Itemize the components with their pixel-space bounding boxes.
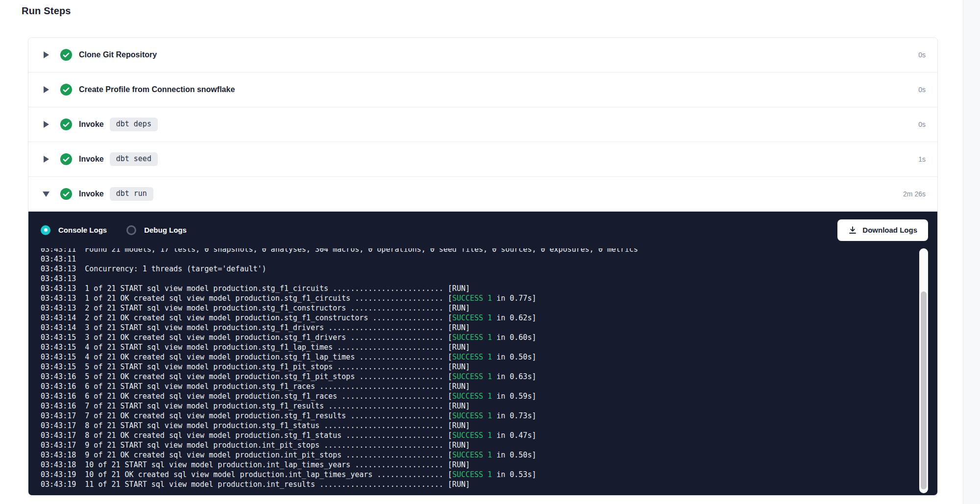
step-label: Invoke xyxy=(79,190,104,198)
log-line: 03:43:18 9 of 21 OK created sql view mod… xyxy=(41,450,908,460)
console-logs-radio[interactable]: Console Logs xyxy=(41,225,107,235)
console-logs-label: Console Logs xyxy=(58,226,107,234)
log-line: 03:43:13 1 of 21 START sql view model pr… xyxy=(41,284,908,293)
log-line: 03:43:15 5 of 21 START sql view model pr… xyxy=(41,362,908,372)
step-duration: 0s xyxy=(918,86,926,94)
page-title: Run Steps xyxy=(22,5,71,17)
log-line: 03:43:14 3 of 21 START sql view model pr… xyxy=(41,323,908,333)
log-viewport[interactable]: 03:43:11 Found 21 models, 17 tests, 0 sn… xyxy=(41,248,908,494)
success-check-icon xyxy=(60,49,72,61)
log-line: 03:43:19 10 of 21 OK created sql view mo… xyxy=(41,470,908,480)
run-step-row[interactable]: Invoke dbt run 2m 26s xyxy=(28,177,937,212)
step-duration: 0s xyxy=(918,51,926,59)
log-line: 03:43:16 5 of 21 OK created sql view mod… xyxy=(41,372,908,382)
step-label: Invoke xyxy=(79,155,104,164)
log-line: 03:43:13 xyxy=(41,274,908,284)
step-label: Create Profile from Connection snowflake xyxy=(79,85,235,94)
run-steps-card: Clone Git Repository 0s Create Profile f… xyxy=(28,37,938,496)
log-line: 03:43:15 4 of 21 START sql view model pr… xyxy=(41,342,908,352)
log-line: 03:43:19 11 of 21 START sql view model p… xyxy=(41,480,908,489)
run-step-row[interactable]: Invoke dbt deps 0s xyxy=(28,107,937,142)
debug-logs-radio[interactable]: Debug Logs xyxy=(126,225,187,235)
step-label: Invoke xyxy=(79,120,104,129)
run-step-row[interactable]: Invoke dbt seed 1s xyxy=(28,142,937,177)
log-line: 03:43:13 2 of 21 START sql view model pr… xyxy=(41,303,908,313)
download-logs-button[interactable]: Download Logs xyxy=(837,219,928,241)
log-line: 03:43:11 xyxy=(41,254,908,264)
triangle-right-icon[interactable] xyxy=(44,121,49,128)
run-steps-list: Clone Git Repository 0s Create Profile f… xyxy=(28,38,937,212)
log-toolbar: Console Logs Debug Logs Download Logs xyxy=(28,212,937,248)
download-icon xyxy=(848,226,857,235)
log-line: 03:43:15 4 of 21 OK created sql view mod… xyxy=(41,352,908,362)
triangle-down-icon[interactable] xyxy=(43,192,49,197)
run-step-row[interactable]: Create Profile from Connection snowflake… xyxy=(28,72,937,107)
download-logs-label: Download Logs xyxy=(862,226,917,234)
success-check-icon xyxy=(60,119,72,130)
triangle-right-icon[interactable] xyxy=(44,86,49,93)
log-line: 03:43:13 Concurrency: 1 threads (target=… xyxy=(41,264,908,274)
step-duration: 0s xyxy=(918,120,926,128)
log-line: 03:43:17 7 of 21 OK created sql view mod… xyxy=(41,411,908,421)
log-line: 03:43:17 8 of 21 START sql view model pr… xyxy=(41,421,908,431)
command-badge: dbt deps xyxy=(110,118,158,131)
run-step-row[interactable]: Clone Git Repository 0s xyxy=(28,38,937,72)
run-steps-page: Run Steps Clone Git Repository 0s Create… xyxy=(0,0,980,504)
page-right-gutter xyxy=(963,0,980,504)
step-label: Clone Git Repository xyxy=(79,50,157,59)
triangle-right-icon[interactable] xyxy=(44,156,49,163)
debug-logs-label: Debug Logs xyxy=(144,226,187,234)
triangle-right-icon[interactable] xyxy=(44,51,49,58)
log-line: 03:43:16 7 of 21 START sql view model pr… xyxy=(41,401,908,411)
radio-unselected-icon[interactable] xyxy=(126,225,136,235)
success-check-icon xyxy=(60,84,72,96)
step-duration: 1s xyxy=(918,155,926,163)
command-badge: dbt run xyxy=(110,187,153,201)
log-line: 03:43:18 10 of 21 START sql view model p… xyxy=(41,460,908,470)
log-line: 03:43:11 Found 21 models, 17 tests, 0 sn… xyxy=(41,248,908,254)
step-duration: 2m 26s xyxy=(903,190,926,198)
command-badge: dbt seed xyxy=(110,152,158,166)
console-log-panel: Console Logs Debug Logs Download Logs xyxy=(28,212,937,495)
log-line: 03:43:14 2 of 21 OK created sql view mod… xyxy=(41,313,908,323)
log-lines: 03:43:11 Found 21 models, 17 tests, 0 sn… xyxy=(41,248,908,489)
log-line: 03:43:17 8 of 21 OK created sql view mod… xyxy=(41,431,908,440)
log-scrollbar-thumb[interactable] xyxy=(921,291,927,489)
log-line: 03:43:16 6 of 21 START sql view model pr… xyxy=(41,382,908,391)
radio-selected-icon[interactable] xyxy=(41,225,50,235)
log-line: 03:43:13 1 of 21 OK created sql view mod… xyxy=(41,293,908,303)
log-line: 03:43:16 6 of 21 OK created sql view mod… xyxy=(41,391,908,401)
log-scrollbar-track[interactable] xyxy=(919,248,928,493)
success-check-icon xyxy=(60,188,72,200)
log-line: 03:43:15 3 of 21 OK created sql view mod… xyxy=(41,333,908,342)
log-line: 03:43:17 9 of 21 START sql view model pr… xyxy=(41,440,908,450)
success-check-icon xyxy=(60,153,72,165)
